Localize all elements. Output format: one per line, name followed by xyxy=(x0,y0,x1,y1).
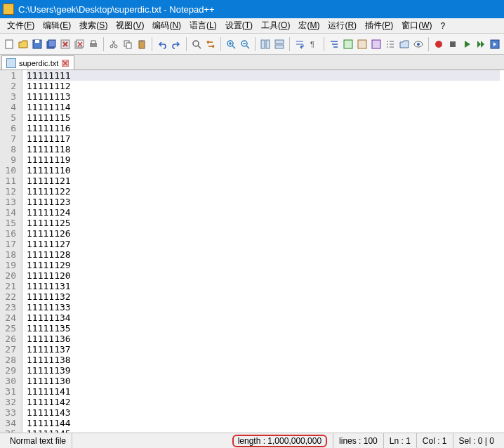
svg-rect-26 xyxy=(372,40,380,48)
code-line[interactable]: 11111121 xyxy=(27,176,500,186)
code-line[interactable]: 11111129 xyxy=(27,260,500,270)
cut-button[interactable] xyxy=(107,37,120,51)
code-line[interactable]: 11111111 xyxy=(27,70,500,81)
menu-item[interactable]: 宏(M) xyxy=(294,18,324,33)
code-line[interactable]: 11111116 xyxy=(27,123,500,133)
zoom-in-button[interactable] xyxy=(225,37,237,51)
line-number: 17 xyxy=(3,239,16,249)
text-content[interactable]: 1111111111111112111111131111111411111115… xyxy=(22,70,504,433)
folder-workspace-button[interactable] xyxy=(398,37,411,51)
code-line[interactable]: 11111118 xyxy=(27,144,500,154)
code-line[interactable]: 11111115 xyxy=(27,112,500,123)
separator xyxy=(255,37,256,51)
code-line[interactable]: 11111137 xyxy=(27,344,500,355)
replace-button[interactable] xyxy=(204,37,217,51)
doc-map-button[interactable] xyxy=(356,37,369,51)
status-bar: Normal text file length : 1,000,000,000 … xyxy=(0,433,504,448)
record-macro-button[interactable] xyxy=(432,37,445,51)
menu-item[interactable]: 插件(P) xyxy=(361,18,397,33)
line-number: 34 xyxy=(3,418,16,428)
code-line[interactable]: 11111141 xyxy=(27,386,500,397)
svg-rect-22 xyxy=(275,45,284,48)
undo-button[interactable] xyxy=(156,37,168,51)
doc-list-button[interactable] xyxy=(370,37,383,51)
code-line[interactable]: 11111122 xyxy=(27,186,500,197)
code-line[interactable]: 11111139 xyxy=(27,365,500,376)
code-line[interactable]: 11111113 xyxy=(27,91,500,102)
user-lang-button[interactable] xyxy=(342,37,354,51)
close-tab-icon[interactable] xyxy=(61,59,69,67)
line-number: 31 xyxy=(3,386,16,397)
save-all-button[interactable] xyxy=(45,37,58,51)
menu-item[interactable]: ? xyxy=(436,20,449,32)
code-line[interactable]: 11111138 xyxy=(27,355,500,365)
code-line[interactable]: 11111142 xyxy=(27,397,500,407)
print-button[interactable] xyxy=(87,37,100,51)
menu-item[interactable]: 编码(N) xyxy=(148,18,185,33)
line-number: 5 xyxy=(3,112,16,123)
menu-item[interactable]: 窗口(W) xyxy=(397,18,436,33)
line-number: 30 xyxy=(3,376,16,386)
menu-item[interactable]: 搜索(S) xyxy=(75,18,112,33)
code-line[interactable]: 11111126 xyxy=(27,228,500,239)
separator xyxy=(152,37,152,51)
code-line[interactable]: 11111112 xyxy=(27,81,500,91)
code-line[interactable]: 11111124 xyxy=(27,207,500,218)
code-line[interactable]: 11111110 xyxy=(27,165,500,176)
play-macro-button[interactable] xyxy=(460,37,473,51)
close-all-button[interactable] xyxy=(73,37,86,51)
code-line[interactable]: 11111117 xyxy=(27,133,500,144)
wordwrap-button[interactable] xyxy=(293,37,306,51)
code-line[interactable]: 11111144 xyxy=(27,418,500,428)
code-line[interactable]: 11111135 xyxy=(27,323,500,334)
code-line[interactable]: 11111143 xyxy=(27,407,500,418)
redo-button[interactable] xyxy=(170,37,183,51)
line-number: 11 xyxy=(3,176,16,186)
separator xyxy=(289,37,290,51)
save-button[interactable] xyxy=(31,37,44,51)
save-macro-button[interactable] xyxy=(489,37,501,51)
monitoring-button[interactable] xyxy=(412,37,425,51)
new-file-button[interactable] xyxy=(3,37,15,51)
line-number: 13 xyxy=(3,197,16,207)
svg-rect-19 xyxy=(261,40,265,48)
line-number: 10 xyxy=(3,165,16,176)
zoom-out-button[interactable] xyxy=(239,37,251,51)
menu-item[interactable]: 设置(T) xyxy=(221,18,257,33)
menu-item[interactable]: 视图(V) xyxy=(112,18,148,33)
code-line[interactable]: 11111136 xyxy=(27,334,500,344)
menu-item[interactable]: 运行(R) xyxy=(324,18,361,33)
find-button[interactable] xyxy=(190,37,203,51)
code-line[interactable]: 11111134 xyxy=(27,312,500,323)
code-line[interactable]: 11111133 xyxy=(27,302,500,312)
open-file-button[interactable] xyxy=(17,37,29,51)
code-line[interactable]: 11111125 xyxy=(27,218,500,228)
code-line[interactable]: 11111128 xyxy=(27,249,500,260)
separator xyxy=(103,37,104,51)
copy-button[interactable] xyxy=(121,37,134,51)
editor-area[interactable]: 1234567891011121314151617181920212223242… xyxy=(0,70,504,433)
playback-multi-button[interactable] xyxy=(475,37,487,51)
svg-rect-20 xyxy=(266,40,270,48)
indent-guide-button[interactable] xyxy=(328,37,340,51)
code-line[interactable]: 11111120 xyxy=(27,270,500,281)
code-line[interactable]: 11111130 xyxy=(27,376,500,386)
menu-item[interactable]: 工具(O) xyxy=(257,18,294,33)
paste-button[interactable] xyxy=(135,37,148,51)
code-line[interactable]: 11111127 xyxy=(27,239,500,249)
code-line[interactable]: 11111119 xyxy=(27,154,500,165)
sync-v-button[interactable] xyxy=(259,37,272,51)
code-line[interactable]: 11111131 xyxy=(27,281,500,291)
code-line[interactable]: 11111123 xyxy=(27,197,500,207)
stop-macro-button[interactable] xyxy=(446,37,459,51)
tab-active[interactable]: superdic.txt xyxy=(1,55,74,70)
code-line[interactable]: 11111114 xyxy=(27,102,500,112)
code-line[interactable]: 11111132 xyxy=(27,291,500,302)
show-all-chars-button[interactable]: ¶ xyxy=(307,37,320,51)
func-list-button[interactable] xyxy=(384,37,397,51)
close-button[interactable] xyxy=(59,37,72,51)
menu-item[interactable]: 编辑(E) xyxy=(39,18,75,33)
menu-item[interactable]: 语言(L) xyxy=(185,18,221,33)
sync-h-button[interactable] xyxy=(273,37,286,51)
menu-item[interactable]: 文件(F) xyxy=(3,18,39,33)
